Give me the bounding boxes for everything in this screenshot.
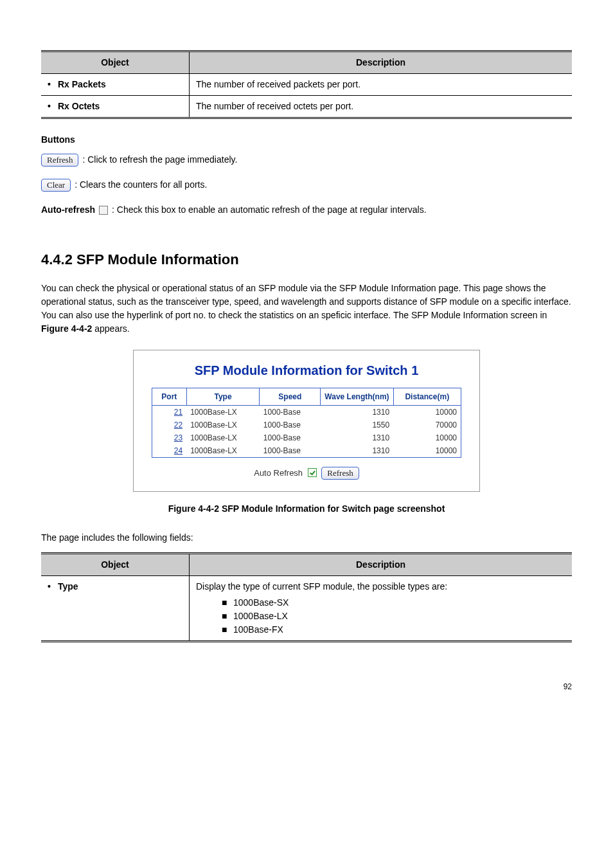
- object-label: Rx Octets: [58, 101, 100, 111]
- square-bullet-icon: ■: [222, 596, 233, 610]
- bullet-icon: •: [48, 100, 58, 113]
- sfp-data-table: Port Type Speed Wave Length(nm) Distance…: [152, 388, 461, 457]
- cell-speed: 1000-Base: [260, 406, 321, 419]
- list-item: 1000Base-LX: [233, 611, 288, 621]
- cell-wave: 1310: [321, 431, 393, 444]
- cell-wave: 1310: [321, 444, 393, 457]
- sfp-module-info-panel: SFP Module Information for Switch 1 Port…: [133, 350, 480, 492]
- cell-type: 1000Base-LX: [186, 419, 260, 431]
- object-description: Display the type of current SFP module, …: [190, 576, 573, 642]
- cell-type: 1000Base-LX: [186, 431, 260, 444]
- auto-refresh-label: Auto Refresh: [254, 468, 303, 478]
- column-header-object: Object: [41, 554, 190, 576]
- object-desc-table-2: Object Description •Type Display the typ…: [41, 552, 572, 642]
- document-page: Object Description •Rx Packets The numbe…: [0, 0, 613, 718]
- object-description: The number of received octets per port.: [190, 96, 573, 118]
- auto-refresh-description: : Check this box to enable an automatic …: [112, 203, 427, 217]
- buttons-section: Buttons Refresh : Click to refresh the p…: [41, 133, 572, 217]
- table-row: •Type Display the type of current SFP mo…: [41, 576, 572, 642]
- buttons-heading: Buttons: [41, 133, 572, 147]
- list-item: 100Base-FX: [233, 624, 283, 635]
- checkbox-empty-icon[interactable]: [99, 206, 108, 215]
- sfp-table-wrapper: Port Type Speed Wave Length(nm) Distance…: [152, 388, 461, 458]
- figure-caption: Figure 4-4-2 SFP Module Information for …: [41, 502, 572, 516]
- cell-wave: 1310: [321, 406, 393, 419]
- list-item: 1000Base-SX: [233, 597, 289, 608]
- object-description: The number of received packets per port.: [190, 74, 573, 96]
- section-heading: 4.4.2 SFP Module Information: [41, 249, 572, 270]
- column-header-description: Description: [190, 51, 573, 74]
- intro-tail2: appears.: [94, 323, 129, 334]
- column-header-type: Type: [186, 388, 260, 406]
- cell-speed: 1000-Base: [260, 444, 321, 457]
- column-header-speed: Speed: [260, 388, 321, 406]
- clear-description: : Clears the counters for all ports.: [75, 178, 207, 192]
- sfp-panel-title: SFP Module Information for Switch 1: [143, 361, 470, 380]
- bullet-icon: •: [48, 580, 58, 593]
- bullet-icon: •: [48, 78, 58, 91]
- column-header-port: Port: [152, 388, 186, 406]
- column-header-wave: Wave Length(nm): [321, 388, 393, 406]
- cell-distance: 10000: [393, 406, 461, 419]
- object-label: Type: [58, 581, 78, 592]
- pre-table2-text: The page includes the following fields:: [41, 531, 572, 545]
- refresh-description: : Click to refresh the page immediately.: [82, 153, 237, 167]
- clear-button[interactable]: Clear: [41, 179, 71, 192]
- table-row: 24 1000Base-LX 1000-Base 1310 10000: [152, 444, 461, 457]
- cell-distance: 70000: [393, 419, 461, 431]
- object-label: Rx Packets: [58, 79, 106, 89]
- column-header-object: Object: [41, 51, 190, 74]
- cell-type: 1000Base-LX: [186, 406, 260, 419]
- cell-wave: 1550: [321, 419, 393, 431]
- column-header-description: Description: [190, 554, 573, 576]
- cell-speed: 1000-Base: [260, 431, 321, 444]
- table-row: •Rx Packets The number of received packe…: [41, 74, 572, 96]
- port-link[interactable]: 21: [174, 408, 182, 417]
- auto-refresh-label: Auto-refresh: [41, 203, 95, 217]
- cell-type: 1000Base-LX: [186, 444, 260, 457]
- object-desc-table-1: Object Description •Rx Packets The numbe…: [41, 50, 572, 119]
- cell-distance: 10000: [393, 444, 461, 457]
- sfp-controls: Auto Refresh Refresh: [143, 467, 470, 480]
- port-link[interactable]: 23: [174, 433, 182, 442]
- figure-reference: Figure 4-4-2: [41, 323, 92, 334]
- table-row: 23 1000Base-LX 1000-Base 1310 10000: [152, 431, 461, 444]
- type-desc-lead: Display the type of current SFP module, …: [196, 580, 565, 593]
- refresh-button[interactable]: Refresh: [41, 154, 78, 167]
- cell-speed: 1000-Base: [260, 419, 321, 431]
- port-link[interactable]: 24: [174, 446, 182, 455]
- page-number: 92: [41, 681, 572, 692]
- port-link[interactable]: 22: [174, 420, 182, 429]
- table-row: 21 1000Base-LX 1000-Base 1310 10000: [152, 406, 461, 419]
- intro-paragraph: You can check the physical or operationa…: [41, 282, 572, 336]
- square-bullet-icon: ■: [222, 623, 233, 637]
- square-bullet-icon: ■: [222, 610, 233, 623]
- column-header-distance: Distance(m): [393, 388, 461, 406]
- table-row: •Rx Octets The number of received octets…: [41, 96, 572, 118]
- refresh-button[interactable]: Refresh: [321, 467, 359, 480]
- auto-refresh-checkbox[interactable]: [308, 468, 317, 477]
- table-row: 22 1000Base-LX 1000-Base 1550 70000: [152, 419, 461, 431]
- intro-tail: The SFP Module Information screen in: [393, 310, 547, 320]
- cell-distance: 10000: [393, 431, 461, 444]
